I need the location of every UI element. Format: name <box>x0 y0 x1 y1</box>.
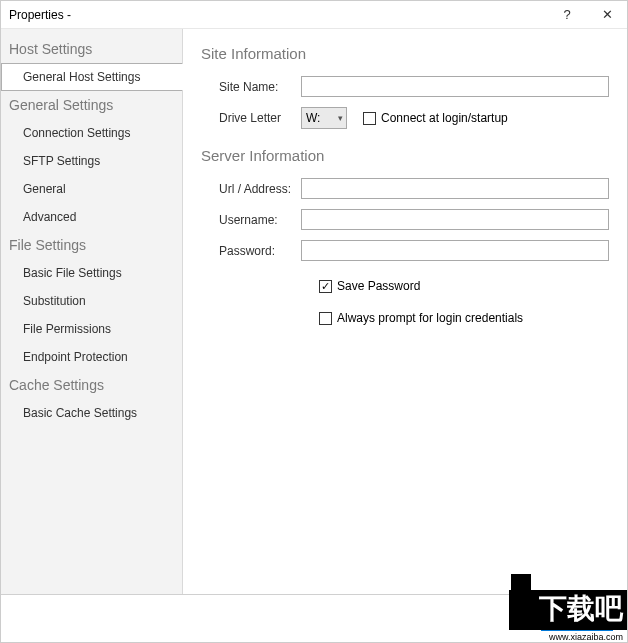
row-site-name: Site Name: <box>201 76 609 97</box>
nav-sftp-settings[interactable]: SFTP Settings <box>1 147 182 175</box>
drive-letter-combo[interactable]: W: ▾ <box>301 107 347 129</box>
nav-general-host-settings[interactable]: General Host Settings <box>1 63 183 91</box>
password-label: Password: <box>201 244 301 258</box>
nav-basic-file-settings[interactable]: Basic File Settings <box>1 259 182 287</box>
section-header-file: File Settings <box>1 231 182 259</box>
row-username: Username: <box>201 209 609 230</box>
section-header-general: General Settings <box>1 91 182 119</box>
drive-letter-label: Drive Letter <box>201 111 301 125</box>
site-name-input[interactable] <box>301 76 609 97</box>
watermark-url: www.xiazaiba.com <box>549 632 623 642</box>
row-password: Password: <box>201 240 609 261</box>
url-label: Url / Address: <box>201 182 301 196</box>
save-password-wrap[interactable]: Save Password <box>319 279 420 293</box>
username-label: Username: <box>201 213 301 227</box>
section-header-cache: Cache Settings <box>1 371 182 399</box>
username-input[interactable] <box>301 209 609 230</box>
always-prompt-wrap[interactable]: Always prompt for login credentials <box>319 311 523 325</box>
chevron-down-icon: ▾ <box>338 113 343 123</box>
row-url: Url / Address: <box>201 178 609 199</box>
row-drive-letter: Drive Letter W: ▾ Connect at login/start… <box>201 107 609 129</box>
connect-startup-checkbox[interactable] <box>363 112 376 125</box>
site-name-label: Site Name: <box>201 80 301 94</box>
nav-basic-cache-settings[interactable]: Basic Cache Settings <box>1 399 182 427</box>
section-header-host: Host Settings <box>1 35 182 63</box>
drive-letter-value: W: <box>306 111 320 125</box>
server-information-title: Server Information <box>201 147 609 164</box>
always-prompt-checkbox[interactable] <box>319 312 332 325</box>
connect-startup-label: Connect at login/startup <box>381 111 508 125</box>
save-password-label: Save Password <box>337 279 420 293</box>
help-button[interactable]: ? <box>547 1 587 29</box>
nav-file-permissions[interactable]: File Permissions <box>1 315 182 343</box>
titlebar: Properties - ? ✕ <box>1 1 627 29</box>
site-information-title: Site Information <box>201 45 609 62</box>
password-input[interactable] <box>301 240 609 261</box>
footer: 下载吧 www.xiazaiba.com <box>1 594 627 642</box>
nav-advanced[interactable]: Advanced <box>1 203 182 231</box>
window-title: Properties - <box>9 8 547 22</box>
nav-general[interactable]: General <box>1 175 182 203</box>
main-panel: Site Information Site Name: Drive Letter… <box>183 29 627 594</box>
nav-substitution[interactable]: Substitution <box>1 287 182 315</box>
nav-endpoint-protection[interactable]: Endpoint Protection <box>1 343 182 371</box>
row-always-prompt: Always prompt for login credentials <box>201 311 609 325</box>
nav-connection-settings[interactable]: Connection Settings <box>1 119 182 147</box>
url-input[interactable] <box>301 178 609 199</box>
connect-startup-wrap[interactable]: Connect at login/startup <box>363 111 508 125</box>
ok-button[interactable] <box>541 607 613 631</box>
always-prompt-label: Always prompt for login credentials <box>337 311 523 325</box>
row-save-password: Save Password <box>201 279 609 293</box>
save-password-checkbox[interactable] <box>319 280 332 293</box>
close-button[interactable]: ✕ <box>587 1 627 29</box>
content-area: Host Settings General Host Settings Gene… <box>1 29 627 594</box>
sidebar: Host Settings General Host Settings Gene… <box>1 29 183 594</box>
